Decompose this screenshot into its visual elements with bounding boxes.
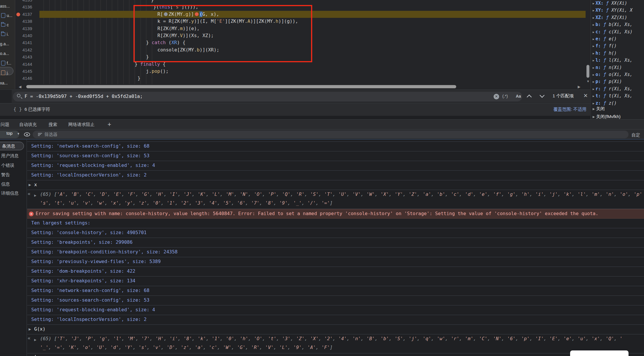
scope-variable-row[interactable]: ▶XY: ƒ XY(Xi, X (593, 8, 644, 15)
breakpoint-icon[interactable] (16, 13, 20, 16)
file-nav-item[interactable]: i. (1, 30, 9, 38)
file-nav-item[interactable]: j. (1, 69, 9, 77)
console-message-row[interactable]: Setting: 'dom-breakpoints', size: 422 (27, 267, 644, 276)
preview-expand-icon[interactable]: ▶ (34, 194, 37, 197)
code-line[interactable]: } (146, 53, 149, 61)
line-number[interactable]: 4139 (15, 25, 32, 32)
scope-variable-row[interactable]: ▶l: ƒ l(Xi, Xs, (593, 58, 644, 65)
code-line[interactable]: }(this['s']())), (153, 4, 198, 11)
console-filter-input[interactable]: 筛选器 (33, 131, 629, 138)
scroll-right-icon[interactable]: ▶ (578, 85, 580, 89)
scope-variable-row[interactable]: ▶n: ƒ n(Xi) (593, 65, 644, 72)
console-message-row[interactable]: Setting: 'sources-search-config', size: … (27, 296, 644, 305)
line-number[interactable]: 4144 (15, 61, 32, 68)
console-message-row[interactable]: «▶(65) ['A', 'B', 'C', 'D', 'E', 'F', 'G… (27, 190, 644, 209)
line-number[interactable]: 4138 (15, 18, 32, 25)
code-line[interactable]: } (138, 75, 140, 82)
console-message-row[interactable]: Setting: 'breakpoints', size: 299086 (27, 238, 644, 248)
console-message-row[interactable]: Setting: 'previously-viewed-files', size… (27, 257, 644, 267)
chevron-right-icon[interactable]: ▶ (593, 23, 594, 26)
chevron-right-icon[interactable]: ▶ (593, 87, 594, 91)
code-line[interactable]: } (151, 0, 154, 4)
chevron-right-icon[interactable]: ▶ (593, 9, 594, 12)
chevron-right-icon[interactable]: ▶ (593, 59, 594, 62)
previous-match-icon[interactable] (527, 95, 532, 100)
chevron-right-icon[interactable]: ▶ (593, 44, 594, 48)
chevron-right-icon[interactable]: ▶ (593, 115, 595, 118)
line-number[interactable]: 4143 (15, 53, 32, 61)
expand-triangle-icon[interactable]: ▶ (29, 327, 31, 331)
console-sidebar-item[interactable]: 信息 (1, 182, 10, 187)
console-message-row[interactable]: Setting: 'request-blocking-enabled', siz… (27, 161, 644, 171)
clear-search-icon[interactable]: ✕ (494, 94, 499, 99)
file-nav-item[interactable]: f... (1, 59, 11, 67)
console-message-row[interactable]: ▶G(x) (27, 325, 644, 334)
file-navigator[interactable]: ass...u...ci.g.a...o.a...f...j.xa... (0, 0, 15, 89)
file-nav-item[interactable]: ass... (0, 2, 10, 10)
code-line[interactable]: } catch (XR) { (146, 39, 185, 46)
scope-section-row[interactable]: ▶关闭 (593, 106, 644, 113)
console-messages[interactable]: Setting: 'xhr-breakpoints', size: 134Set… (27, 139, 644, 356)
line-number[interactable]: 4141 (15, 39, 32, 46)
find-input[interactable]: F = -0x139d5b97 + -0xed0f55d + 0x5fd2a01… (13, 92, 522, 101)
console-sidebar-item[interactable]: 警告 (1, 172, 10, 178)
brackets-icon[interactable]: { } (13, 106, 22, 112)
drawer-tab-网络请求阻止[interactable]: 网络请求阻止 (68, 122, 95, 127)
console-message-row[interactable]: ✕Error saving setting with name: console… (27, 209, 644, 219)
console-sidebar-item[interactable]: 用户消息 (1, 153, 19, 159)
console-message-row[interactable]: Setting: 'localInspectorVersion', size: … (27, 171, 644, 180)
file-nav-item[interactable]: c (1, 21, 9, 29)
context-selector-label[interactable]: top (6, 131, 13, 136)
console-message-row[interactable]: Setting: 'request-blocking-enabled', siz… (27, 305, 644, 315)
console-sidebar-item[interactable]: 个错误 (1, 163, 14, 168)
code-line[interactable]: k = R[ZK(MY.y)](I, M['E'][ZK(MY.A)][ZK(M… (157, 18, 298, 25)
console-message-row[interactable]: Setting: 'xhr-breakpoints', size: 134 (27, 276, 644, 286)
code-line[interactable]: } finally { (135, 61, 166, 68)
line-number[interactable]: 4140 (15, 32, 32, 39)
vertical-scrollbar-thumb[interactable] (586, 65, 589, 78)
line-number-gutter[interactable]: 4135413641374138413941404141414241434144… (15, 0, 39, 89)
chevron-right-icon[interactable]: ▶ (593, 73, 594, 76)
line-number[interactable]: 4135 (15, 0, 32, 4)
console-message-row[interactable]: Setting: 'network-search-config', size: … (27, 286, 644, 296)
console-sidebar-item[interactable]: 详细信息 (1, 191, 19, 196)
console-message-row[interactable]: Setting: 'network-search-config', size: … (27, 142, 644, 151)
line-number[interactable]: 4146 (15, 75, 32, 82)
scope-variable-row[interactable]: ▶XX: ƒ XX(Xi) (593, 1, 644, 8)
console-prompt-row[interactable]: › (27, 353, 644, 356)
chevron-right-icon[interactable]: ▶ (593, 102, 594, 105)
match-case-toggle-button[interactable]: Aa (516, 94, 521, 98)
code-line[interactable]: console[ZK(MY.b)](XR); (157, 46, 219, 53)
scope-variable-row[interactable]: ▶h: ƒ h() (593, 51, 644, 58)
drawer-tab-自动填充[interactable]: 自动填充 (19, 122, 37, 127)
scroll-left-icon[interactable]: ◀ (19, 85, 21, 89)
inline-breakpoint-red-icon[interactable] (195, 12, 199, 16)
scope-variable-row[interactable]: ▶XZ: ƒ XZ(Xi) (593, 15, 644, 22)
chevron-right-icon[interactable]: ▶ (593, 107, 595, 110)
expand-triangle-icon[interactable]: ▶ (29, 183, 31, 187)
chevron-right-icon[interactable]: ▶ (593, 52, 594, 55)
drawer-tab-搜索[interactable]: 搜索 (48, 122, 57, 127)
live-expression-eye-icon[interactable] (24, 132, 30, 136)
vertical-scrollbar[interactable]: ▼ (586, 0, 590, 89)
scope-variable-row[interactable]: ▶b: ƒ b(Xi, Xs, (593, 22, 644, 29)
console-message-row[interactable]: Setting: 'breakpoint-condition-history',… (27, 248, 644, 257)
code-line[interactable]: R[ZK(MY.g)](G, x), (157, 11, 219, 18)
console-panel[interactable]: 条消息 用户消息个错误警告信息详细信息 Setting: 'xhr-breakp… (0, 139, 644, 356)
console-message-row[interactable]: «▶(65) ['T', 'J', 'P', 'g', 'l', 'M', '7… (27, 334, 644, 353)
console-sidebar[interactable]: 条消息 用户消息个错误警告信息详细信息 (0, 139, 27, 356)
add-tab-icon[interactable]: + (107, 121, 111, 128)
line-number[interactable]: 4145 (15, 68, 32, 75)
coverage-link[interactable]: 覆盖范围: 不适用 (553, 107, 586, 112)
scope-variable-row[interactable]: ▶o: ƒ o(Xi, Xs, (593, 72, 644, 79)
find-query-text[interactable]: F = -0x139d5b97 + -0xed0f55d + 0x5fd2a01… (25, 94, 143, 99)
scope-pane[interactable]: ▶XX: ƒ XX(Xi)▶XY: ƒ XY(Xi, X▶XZ: ƒ XZ(Xi… (591, 0, 644, 119)
console-message-row[interactable]: ▶x (27, 180, 644, 190)
code-area[interactable]: }}(this['s']())),R[ZK(MY.g)](G, x),k = R… (39, 0, 586, 89)
line-number[interactable]: 4136 (15, 4, 32, 11)
file-nav-item[interactable]: xa... (0, 79, 8, 87)
console-sidebar-item-all-messages[interactable]: 条消息 (0, 142, 24, 150)
chevron-right-icon[interactable]: ▶ (593, 37, 594, 41)
console-message-row[interactable]: Setting: 'xhr-breakpoints', size: 134 (27, 139, 644, 142)
chevron-right-icon[interactable]: ▶ (593, 66, 594, 69)
